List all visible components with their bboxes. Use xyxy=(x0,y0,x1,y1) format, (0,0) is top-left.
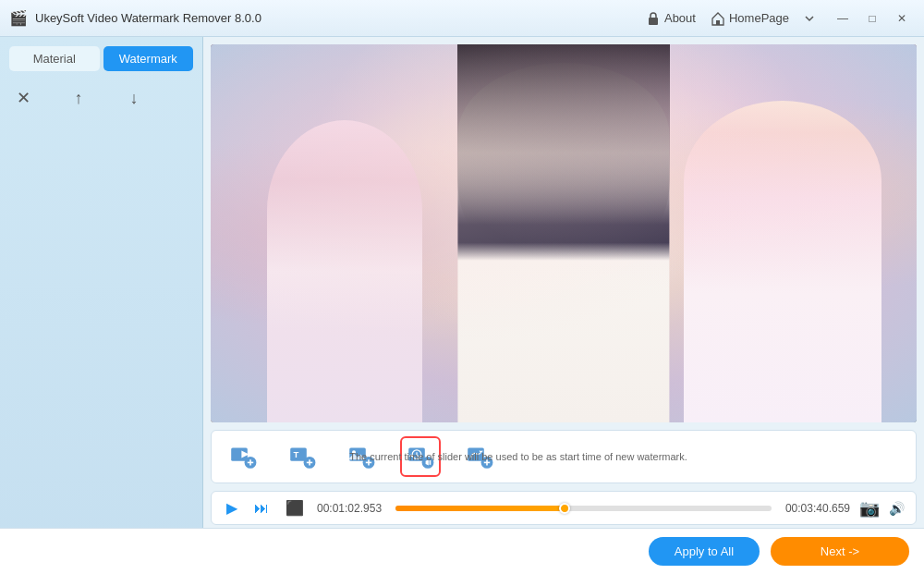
app-title: UkeySoft Video Watermark Remover 8.0.0 xyxy=(35,11,261,25)
add-text-icon: T xyxy=(287,442,317,471)
video-player xyxy=(211,44,917,422)
add-animation-button[interactable] xyxy=(459,436,500,477)
add-image-button[interactable] xyxy=(341,436,382,477)
tab-watermark[interactable]: Watermark xyxy=(103,46,194,71)
video-controls: ▶ ⏭ ⬛ 00:01:02.953 00:03:40.659 📷 🔊 xyxy=(211,491,917,525)
about-nav[interactable]: About xyxy=(646,11,696,26)
stop-button[interactable]: ⬛ xyxy=(282,497,308,519)
progress-thumb xyxy=(559,503,570,514)
step-frame-button[interactable]: ⏭ xyxy=(250,498,273,519)
content-area: T xyxy=(203,37,924,574)
svg-rect-20 xyxy=(468,447,484,460)
lock-icon xyxy=(646,11,661,26)
sidebar-move-down-button[interactable]: ↓ xyxy=(120,84,148,112)
apply-to-all-button[interactable]: Apply to All xyxy=(649,537,760,566)
svg-rect-0 xyxy=(649,18,658,25)
current-time: 00:01:02.953 xyxy=(317,502,386,515)
progress-bar[interactable] xyxy=(395,506,772,511)
next-button[interactable]: Next -> xyxy=(771,537,909,566)
sidebar-actions: ✕ ↑ ↓ xyxy=(9,80,193,116)
svg-point-12 xyxy=(352,450,356,454)
end-time: 00:03:40.659 xyxy=(781,502,850,515)
video-toolbar: T xyxy=(211,430,917,483)
app-icon: 🎬 xyxy=(9,9,28,28)
minimize-button[interactable]: — xyxy=(830,6,856,31)
add-video-icon xyxy=(228,442,258,471)
add-video-button[interactable] xyxy=(223,436,263,477)
dropdown-icon xyxy=(804,13,815,24)
title-bar: 🎬 UkeySoft Video Watermark Remover 8.0.0… xyxy=(0,0,924,37)
set-start-time-button[interactable] xyxy=(400,436,441,477)
sidebar-delete-button[interactable]: ✕ xyxy=(9,84,37,112)
close-button[interactable]: ✕ xyxy=(889,6,915,31)
sidebar-tabs: Material Watermark xyxy=(9,46,193,71)
tab-material[interactable]: Material xyxy=(9,46,100,71)
sidebar-content xyxy=(0,116,202,574)
progress-fill xyxy=(395,506,565,511)
set-start-time-icon xyxy=(406,442,435,471)
screenshot-button[interactable]: 📷 xyxy=(859,498,880,519)
volume-button[interactable]: 🔊 xyxy=(889,501,905,516)
home-icon xyxy=(711,11,725,26)
homepage-nav[interactable]: HomePage xyxy=(711,11,789,26)
sidebar: Material Watermark ✕ ↑ ↓ xyxy=(0,37,203,574)
maximize-button[interactable]: □ xyxy=(859,6,885,31)
svg-text:T: T xyxy=(293,449,298,459)
play-button[interactable]: ▶ xyxy=(223,497,241,519)
add-text-button[interactable]: T xyxy=(282,436,322,477)
add-image-icon xyxy=(346,442,376,471)
bottom-bar: Apply to All Next -> xyxy=(0,528,924,574)
toolbar-hint: The current time of slider will be used … xyxy=(325,451,711,462)
add-animation-icon xyxy=(465,442,494,471)
sidebar-move-up-button[interactable]: ↑ xyxy=(65,84,92,112)
